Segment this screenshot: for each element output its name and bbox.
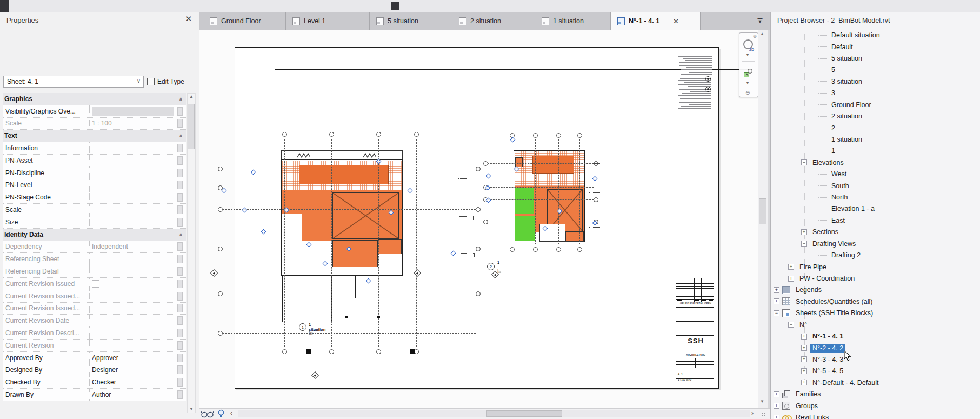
tree-item-n[interactable]: −N° [771,319,809,330]
properties-section-graphics[interactable]: Graphics∧ [3,93,186,105]
expand-minus-icon[interactable]: − [801,241,807,247]
row-grip[interactable] [177,218,183,227]
property-value-scale[interactable] [90,204,176,216]
row-grip[interactable] [177,329,183,337]
edit-type-button[interactable]: Edit Type [147,76,184,88]
tree-item-sections[interactable]: +Sections [771,227,841,238]
property-value-referencing-detail[interactable] [90,265,176,277]
tree-item-n-2-4-2[interactable]: +N°-2 - 4. 2 [771,342,845,354]
scroll-up-icon[interactable]: ▲ [187,94,196,99]
collapse-icon[interactable]: ⊖ [745,90,750,96]
property-value-visibility-graphics-ove[interactable] [90,105,176,117]
row-grip[interactable] [177,378,183,387]
property-value-approved-by[interactable]: Approver [90,352,176,364]
tree-item-n-default-4-default[interactable]: +N°-Default - 4. Default [771,377,881,388]
tree-item-groups[interactable]: +Groups [771,400,820,411]
tab-list-icon[interactable]: ▬▼ [756,16,764,25]
property-value-pn-level[interactable] [90,179,176,191]
row-grip[interactable] [177,181,183,189]
tree-item-pw-coordination[interactable]: +PW - Coordination [771,272,857,284]
tree-item-default-situation[interactable]: Default situation [771,30,882,41]
expand-plus-icon[interactable]: + [788,264,794,270]
row-grip[interactable] [177,205,183,214]
row-grip[interactable] [177,292,183,301]
property-value-current-revision-issued[interactable] [90,303,176,315]
row-grip[interactable] [177,341,183,350]
properties-scrollbar-thumb[interactable] [188,104,195,149]
property-value-size[interactable] [90,216,176,228]
property-value-dependency[interactable]: Independent [90,241,176,253]
tree-item-drafting-2[interactable]: Drafting 2 [771,249,863,261]
expand-plus-icon[interactable]: + [788,276,794,282]
row-grip[interactable] [177,316,183,325]
tab-5-situation[interactable]: 5 situation [369,12,452,30]
property-value-current-revision-descri[interactable] [90,327,176,339]
scroll-down-icon[interactable]: ▼ [187,407,196,411]
navbar-close-icon[interactable]: ⊗ [752,34,757,39]
row-grip[interactable] [177,304,183,312]
expand-plus-icon[interactable]: + [801,380,807,385]
tab-1-situation[interactable]: 1 situation [535,12,610,30]
property-value-designed-by[interactable]: Designer [90,364,176,376]
tab-2-situation[interactable]: 2 situation [452,12,535,30]
scroll-up-icon[interactable]: ▲ [758,31,766,36]
scroll-right-icon[interactable]: › [751,409,754,417]
expand-plus-icon[interactable]: + [801,334,807,340]
row-grip[interactable] [177,390,183,399]
resize-grip[interactable] [761,412,766,417]
row-grip[interactable] [177,193,183,202]
expand-plus-icon[interactable]: + [774,415,779,419]
tab-close-icon[interactable]: ✕ [671,17,681,25]
property-value-current-revision-issued[interactable] [90,278,176,290]
expand-minus-icon[interactable]: − [801,159,807,165]
expand-plus-icon[interactable]: + [774,287,779,293]
chevron-down-icon[interactable]: ▾ [746,81,749,85]
zoom-region-icon[interactable] [744,69,752,77]
row-grip[interactable] [177,169,183,177]
canvas-horizontal-scrollbar-thumb[interactable] [486,410,562,417]
type-selector[interactable]: Sheet: 4. 1 ∨ [3,76,144,88]
tree-item-revit-links[interactable]: +Revit Links [771,411,831,419]
property-value-scale[interactable]: 1 : 100 [90,118,176,130]
property-value-referencing-sheet[interactable] [90,253,176,265]
chevron-down-icon[interactable]: ▾ [746,52,749,57]
tree-item-2[interactable]: 2 [771,122,837,134]
row-grip[interactable] [177,280,183,288]
expand-plus-icon[interactable]: + [774,403,779,409]
row-grip[interactable] [177,156,183,165]
visibility-edit-button[interactable] [92,107,174,116]
tree-item-elevations[interactable]: −Elevations [771,157,846,168]
row-grip[interactable] [177,107,183,116]
tree-item-north[interactable]: North [771,191,850,203]
property-value-pn-asset[interactable] [90,155,176,167]
expand-plus-icon[interactable]: + [801,368,807,374]
property-value-pn-discipline[interactable] [90,167,176,179]
tree-item-schedules-quantities-all[interactable]: +Schedules/Quantities (all) [771,296,875,307]
tab-ground-floor[interactable]: Ground Floor [203,12,285,30]
tree-item-elevation-1-a[interactable]: Elevation 1 - a [771,203,877,215]
glasses-icon[interactable] [201,410,214,418]
row-grip[interactable] [177,242,183,251]
tab-n-1-4-1[interactable]: N°-1 - 4. 1✕ [610,12,701,30]
expand-plus-icon[interactable]: + [801,345,807,351]
tree-item-drafting-views[interactable]: −Drafting Views [771,238,858,249]
lightbulb-icon[interactable] [218,409,224,418]
properties-section-identity-data[interactable]: Identity Data∧ [3,229,186,241]
row-grip[interactable] [177,267,183,276]
expand-plus-icon[interactable]: + [801,356,807,362]
expand-minus-icon[interactable]: − [788,322,794,328]
checkbox[interactable] [92,280,99,288]
tree-item-default[interactable]: Default [771,41,855,52]
expand-plus-icon[interactable]: + [774,391,779,397]
tree-item-1-situation[interactable]: 1 situation [771,134,864,145]
expand-plus-icon[interactable]: + [801,229,807,235]
tree-item-n-1-4-1[interactable]: +N°-1 - 4. 1 [771,330,845,342]
row-grip[interactable] [177,354,183,362]
tree-item-families[interactable]: +Families [771,389,823,400]
tree-item-2-situation[interactable]: 2 situation [771,110,864,122]
tree-item-east[interactable]: East [771,215,847,226]
row-grip[interactable] [177,144,183,152]
row-grip[interactable] [177,255,183,263]
steering-wheel-2d-icon[interactable]: 2D [743,39,753,49]
property-value-information[interactable] [90,142,176,154]
